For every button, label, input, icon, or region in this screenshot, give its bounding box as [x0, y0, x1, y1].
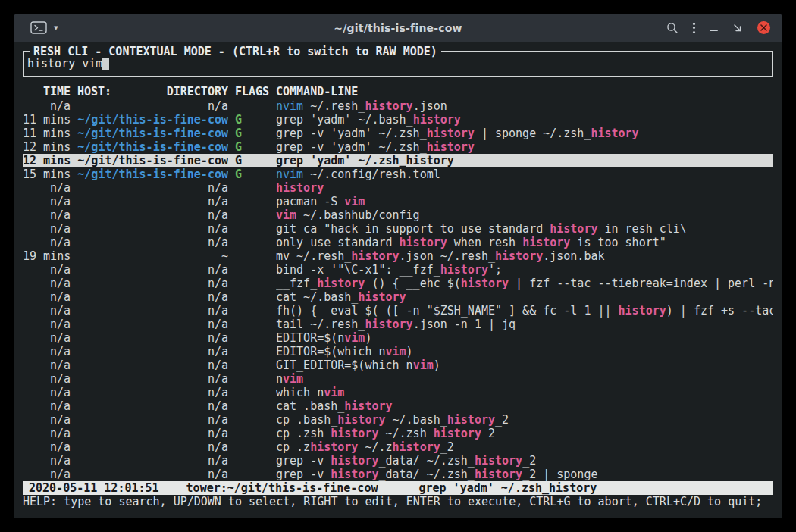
status-bar: 2020-05-11 12:01:51 tower:~/git/this-is-…: [23, 481, 773, 495]
flags-cell: [235, 386, 269, 399]
time-cell: n/a: [23, 413, 71, 427]
history-row[interactable]: 11 mins~/git/this-is-fine-cowGgrep 'yadm…: [23, 113, 773, 127]
history-row[interactable]: n/an/agrep -v history_data/ ~/.zsh_histo…: [23, 468, 773, 481]
time-cell: n/a: [23, 468, 71, 481]
time-cell: n/a: [23, 399, 71, 413]
command-cell: history: [276, 181, 773, 195]
history-row[interactable]: n/an/aonly use standard history when res…: [23, 236, 773, 249]
command-cell: git ca "hack in support to use standard …: [276, 222, 773, 236]
command-cell: cat .bash_history: [276, 399, 773, 413]
flags-cell: [235, 304, 269, 318]
history-row[interactable]: n/an/aGIT_EDITOR=$(which nvim): [23, 358, 773, 372]
titlebar: ▾ ~/git/this-is-fine-cow: [14, 14, 782, 42]
menu-kebab-icon[interactable]: [693, 23, 695, 33]
terminal-content: RESH CLI - CONTEXTUAL MODE - (CTRL+R to …: [14, 42, 782, 518]
search-frame: RESH CLI - CONTEXTUAL MODE - (CTRL+R to …: [23, 51, 773, 77]
directory-cell: n/a: [77, 99, 228, 113]
directory-cell: n/a: [77, 236, 228, 249]
flags-cell: [235, 358, 269, 372]
header-command-line: COMMAND-LINE: [276, 85, 773, 99]
history-row[interactable]: n/an/afh() { eval $( ([ -n "$ZSH_NAME" ]…: [23, 304, 773, 318]
flags-cell: [235, 236, 269, 249]
directory-cell: ~: [77, 249, 228, 263]
restore-button[interactable]: [732, 23, 743, 33]
command-cell: cp .bash_history ~/.bash_history_2: [276, 413, 773, 427]
command-cell: pacman -S vim: [276, 195, 773, 208]
search-input[interactable]: history vim: [27, 57, 769, 70]
history-row[interactable]: 12 mins~/git/this-is-fine-cowGgrep -v 'y…: [23, 140, 773, 154]
directory-cell: n/a: [77, 399, 228, 413]
new-tab-button[interactable]: [30, 21, 47, 34]
restore-icon: [732, 23, 743, 33]
history-row[interactable]: n/an/awhich nvim: [23, 386, 773, 399]
command-cell: cat ~/.bash_history: [276, 290, 773, 304]
history-row[interactable]: n/an/atail ~/.resh_history.json -n 1 | j…: [23, 318, 773, 331]
command-cell: GIT_EDITOR=$(which nvim): [276, 358, 773, 372]
directory-cell: n/a: [77, 318, 228, 331]
command-cell: grep 'yadm' ~/.zsh_history: [276, 154, 773, 167]
history-row[interactable]: n/an/acat .bash_history: [23, 399, 773, 413]
directory-cell: n/a: [77, 358, 228, 372]
header-host-directory: HOST:DIRECTORY: [77, 85, 228, 99]
history-row[interactable]: n/an/agrep -v history_data/ ~/.zsh_histo…: [23, 454, 773, 468]
help-line: HELP: type to search, UP/DOWN to select,…: [23, 495, 773, 509]
directory-cell: n/a: [77, 304, 228, 318]
directory-cell: n/a: [77, 468, 228, 481]
history-row[interactable]: 15 mins~/git/this-is-fine-cowGnvim ~/.co…: [23, 167, 773, 181]
time-cell: n/a: [23, 372, 71, 386]
history-row[interactable]: n/an/acat ~/.bash_history: [23, 290, 773, 304]
time-cell: n/a: [23, 236, 71, 249]
history-row[interactable]: n/an/acp .zsh_history ~/.zsh_history_2: [23, 427, 773, 440]
time-cell: n/a: [23, 358, 71, 372]
command-cell: grep -v history_data/ ~/.zsh_history_2 |…: [276, 468, 773, 481]
history-row[interactable]: n/an/anvim ~/.resh_history.json: [23, 99, 773, 113]
directory-cell: n/a: [77, 263, 228, 277]
flags-cell: [235, 222, 269, 236]
flags-cell: [235, 454, 269, 468]
flags-cell: [235, 468, 269, 481]
history-row[interactable]: n/an/aEDITOR=$(nvim): [23, 331, 773, 345]
history-row[interactable]: n/an/avim ~/.bashhub/config: [23, 208, 773, 222]
directory-cell: ~/git/this-is-fine-cow: [77, 154, 228, 167]
history-row[interactable]: n/an/acp .zhistory ~/.zhistory_2: [23, 440, 773, 454]
time-cell: n/a: [23, 440, 71, 454]
flags-cell: G: [235, 140, 269, 154]
status-host-directory: tower:~/git/this-is-fine-cow: [186, 481, 378, 495]
header-time: TIME: [23, 85, 71, 99]
flags-cell: [235, 399, 269, 413]
flags-cell: [235, 208, 269, 222]
history-row[interactable]: n/an/anvim: [23, 372, 773, 386]
directory-cell: n/a: [77, 413, 228, 427]
history-row[interactable]: 11 mins~/git/this-is-fine-cowGgrep -v 'y…: [23, 127, 773, 140]
history-row[interactable]: n/an/aEDITOR=$(which nvim): [23, 345, 773, 358]
time-cell: n/a: [23, 331, 71, 345]
history-row[interactable]: n/an/agit ca "hack in support to use sta…: [23, 222, 773, 236]
history-row[interactable]: n/an/a__fzf_history () { __ehc $(history…: [23, 277, 773, 290]
flags-cell: [235, 277, 269, 290]
directory-cell: ~/git/this-is-fine-cow: [77, 140, 228, 154]
close-button[interactable]: [757, 21, 770, 34]
history-row[interactable]: n/an/acp .bash_history ~/.bash_history_2: [23, 413, 773, 427]
history-row[interactable]: n/an/ahistory: [23, 181, 773, 195]
history-row[interactable]: n/an/abind -x '"\C-x1": __fzf_history';: [23, 263, 773, 277]
directory-cell: n/a: [77, 222, 228, 236]
flags-cell: [235, 440, 269, 454]
flags-cell: G: [235, 113, 269, 127]
command-cell: nvim: [276, 372, 773, 386]
history-row[interactable]: 12 mins~/git/this-is-fine-cowGgrep 'yadm…: [23, 154, 773, 167]
history-row[interactable]: n/an/apacman -S vim: [23, 195, 773, 208]
directory-cell: n/a: [77, 195, 228, 208]
flags-cell: G: [235, 127, 269, 140]
history-row[interactable]: 19 mins~mv ~/.resh_history.json ~/.resh_…: [23, 249, 773, 263]
time-cell: n/a: [23, 208, 71, 222]
time-cell: n/a: [23, 195, 71, 208]
command-cell: bind -x '"\C-x1": __fzf_history';: [276, 263, 773, 277]
time-cell: 19 mins: [23, 249, 71, 263]
search-button[interactable]: [666, 22, 678, 34]
command-cell: nvim ~/.config/resh.toml: [276, 167, 773, 181]
dropdown-caret-icon[interactable]: ▾: [54, 23, 58, 32]
directory-cell: ~/git/this-is-fine-cow: [77, 127, 228, 140]
command-cell: which nvim: [276, 386, 773, 399]
minimize-button[interactable]: [710, 25, 718, 31]
command-cell: EDITOR=$(which nvim): [276, 345, 773, 358]
